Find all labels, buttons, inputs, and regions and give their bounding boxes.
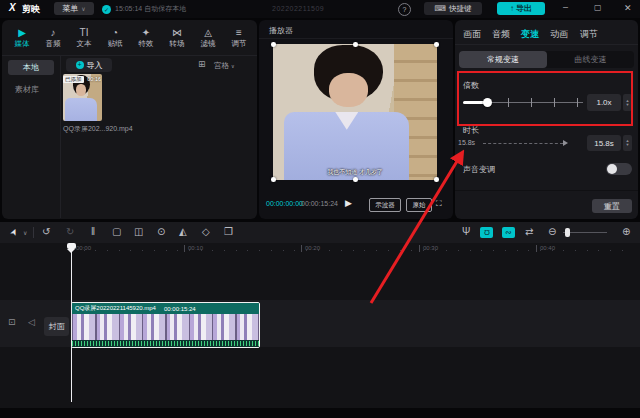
- freeze-frame-icon[interactable]: ◫: [134, 226, 143, 237]
- duration-label: 时长: [463, 125, 479, 136]
- cover-button[interactable]: 封面: [44, 317, 69, 336]
- help-icon[interactable]: ?: [398, 3, 411, 16]
- tab-adjust[interactable]: ≡ 调节: [224, 23, 254, 53]
- tab-audio-inspector[interactable]: 音频: [492, 28, 510, 41]
- zoom-out-icon[interactable]: ⊖: [548, 226, 556, 237]
- maximize-button[interactable]: ▢: [594, 3, 602, 12]
- timeline-zoom-handle[interactable]: [565, 228, 570, 237]
- record-mic-icon[interactable]: Ψ: [462, 226, 470, 237]
- project-name: 202202211509: [272, 5, 324, 12]
- waveform-bars: [72, 341, 259, 346]
- crop-icon[interactable]: ❐: [224, 226, 233, 237]
- media-card-thumbnail[interactable]: 已添加 00:16: [63, 74, 102, 121]
- multiplier-value[interactable]: 1.0x: [587, 94, 621, 111]
- zoom-in-icon[interactable]: ⊕: [622, 226, 630, 237]
- grid-view-icon[interactable]: ⊞: [198, 59, 206, 69]
- tab-picture[interactable]: 画面: [463, 28, 481, 41]
- tabs-divider: [455, 44, 638, 45]
- tab-effects[interactable]: ✦ 特效: [131, 23, 161, 53]
- tab-speed[interactable]: 变速: [521, 28, 539, 41]
- multiplier-stepper[interactable]: ▲ ▼: [623, 94, 632, 111]
- redo-icon[interactable]: ↻: [66, 226, 74, 237]
- handle-top-right[interactable]: [434, 42, 439, 47]
- stepper-down-icon[interactable]: ▼: [626, 143, 630, 147]
- mirror-icon[interactable]: ◭: [179, 226, 187, 237]
- minimize-button[interactable]: –: [563, 2, 568, 12]
- close-button[interactable]: ✕: [624, 3, 632, 13]
- clip-waveform: [72, 340, 259, 347]
- clip-duration-badge: 00:16: [87, 76, 101, 82]
- fullscreen-icon[interactable]: ⛶: [436, 199, 442, 209]
- sidebar-item-local[interactable]: 本地: [8, 60, 54, 75]
- nav-divider: [2, 55, 257, 56]
- tab-media[interactable]: ▶ 媒体: [7, 23, 37, 53]
- current-timecode: 00:00:00:00: [266, 200, 303, 207]
- split-icon[interactable]: ‖: [91, 226, 95, 237]
- duration-value[interactable]: 15.8s: [587, 135, 621, 151]
- undo-icon[interactable]: ↺: [42, 226, 50, 237]
- mute-track-icon[interactable]: ◁: [28, 317, 35, 327]
- tab-text[interactable]: TI 文本: [69, 23, 99, 53]
- tab-animation[interactable]: 动画: [550, 28, 568, 41]
- filter-icon: ◬: [204, 28, 212, 38]
- handle-bottom-right[interactable]: [434, 177, 439, 182]
- duration-arrow-icon: [563, 140, 568, 146]
- play-button[interactable]: ▶: [345, 198, 352, 208]
- menu-button[interactable]: 菜单 ∨: [54, 2, 94, 15]
- toggle-knob: [607, 164, 617, 174]
- timeline-toolbar: ➤ ∨ ↺ ↻ ‖ ▢ ◫ ⊙ ◭ ◇ ❐ Ψ Ω ∾ ⇄ ⊖ ⊕: [0, 222, 640, 243]
- timeline-area[interactable]: 00:00 00:10 00:20 00:30 00:40 ⊡ ◁ 封面 QQ录…: [0, 243, 640, 410]
- sidebar-item-library[interactable]: 素材库: [15, 84, 39, 95]
- speed-mode-switch: 常规变速 曲线变速: [459, 51, 634, 68]
- view-mode-dropdown[interactable]: 宫格 ∨: [214, 61, 235, 71]
- tab-adjust-inspector[interactable]: 调节: [580, 28, 598, 41]
- export-button[interactable]: ↑ 导出: [497, 2, 545, 15]
- select-tool-caret-icon[interactable]: ∨: [23, 229, 27, 236]
- duration-min-label: 15.8s: [458, 139, 475, 146]
- sticker-icon: ◔: [112, 28, 118, 38]
- playhead-pin-tip: [67, 249, 75, 253]
- duration-stepper[interactable]: ▲ ▼: [623, 135, 632, 151]
- toolbar-divider: [33, 227, 34, 238]
- person-face: [76, 84, 86, 96]
- track-options-icon[interactable]: ⊡: [8, 317, 16, 327]
- tab-sticker[interactable]: ◔ 贴纸: [100, 23, 130, 53]
- pitch-label: 声音变调: [463, 164, 495, 175]
- video-preview[interactable]: 我也不知道 才几岁了: [273, 44, 437, 180]
- import-button[interactable]: + 导入: [66, 58, 112, 72]
- ratio-button[interactable]: 原始: [406, 198, 432, 212]
- timeline-clip[interactable]: QQ录屏20220221145920.mp4 00:00:15:24: [71, 302, 260, 348]
- chevron-down-icon: ∨: [81, 5, 85, 12]
- multiplier-slider-handle[interactable]: [483, 98, 492, 107]
- reset-button[interactable]: 重置: [592, 199, 632, 213]
- stepper-down-icon[interactable]: ▼: [626, 103, 630, 107]
- window-bottom-bar: [0, 410, 640, 418]
- handle-bottom-center[interactable]: [353, 177, 358, 182]
- inspector-bottom-divider: [455, 190, 638, 191]
- chevron-down-icon: ∨: [231, 63, 235, 69]
- app-logo-icon: X: [9, 2, 16, 13]
- auto-snap-icon[interactable]: ∾: [502, 227, 515, 238]
- music-note-icon: ♪: [51, 28, 56, 38]
- rotate-icon[interactable]: ◇: [202, 226, 210, 237]
- magnet-snap-icon[interactable]: Ω: [480, 227, 493, 238]
- reverse-icon[interactable]: ⊙: [157, 226, 165, 237]
- sidebar-divider: [60, 56, 61, 218]
- tab-transition[interactable]: ⋈ 转场: [162, 23, 192, 53]
- handle-top-center[interactable]: [353, 42, 358, 47]
- tab-filter[interactable]: ◬ 滤镜: [193, 23, 223, 53]
- pitch-toggle[interactable]: [606, 163, 632, 175]
- playhead-line[interactable]: [71, 244, 72, 402]
- shortcuts-button[interactable]: ⌨ 快捷键: [424, 2, 482, 15]
- scope-button[interactable]: 示波器: [369, 198, 401, 212]
- select-tool-icon[interactable]: ➤: [8, 226, 20, 237]
- total-timecode: 00:00:15:24: [301, 200, 338, 207]
- link-tracks-icon[interactable]: ⇄: [525, 226, 533, 237]
- duration-slider-track[interactable]: [483, 143, 563, 144]
- delete-icon[interactable]: ▢: [112, 226, 121, 237]
- handle-top-left[interactable]: [271, 42, 276, 47]
- tab-audio[interactable]: ♪ 音频: [38, 23, 68, 53]
- subtab-normal-speed[interactable]: 常规变速: [459, 51, 547, 68]
- subtab-curve-speed[interactable]: 曲线变速: [547, 51, 634, 68]
- handle-bottom-left[interactable]: [271, 177, 276, 182]
